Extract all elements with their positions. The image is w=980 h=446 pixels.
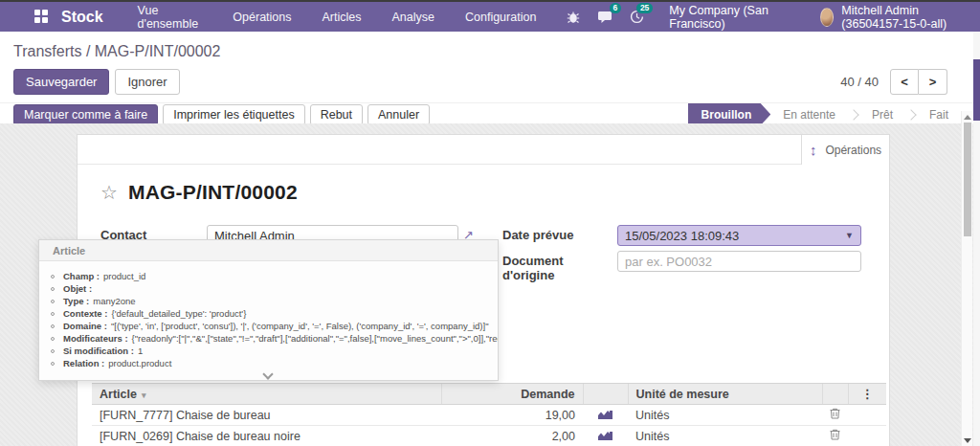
bullet-icon <box>51 349 55 353</box>
print-labels-button[interactable]: Imprimer les étiquettes <box>163 104 304 125</box>
nav-item-overview[interactable]: Vue d'ensemble <box>138 4 203 31</box>
window-scrollbar-thumb[interactable] <box>973 59 980 121</box>
tooltip-type-value: many2one <box>93 295 135 307</box>
activities-badge: 25 <box>636 3 653 14</box>
cancel-button[interactable]: Annuler <box>368 104 430 125</box>
table-row[interactable]: [FURN_7777] Chaise de bureau 19,00 Unité… <box>92 405 886 426</box>
bullet-icon <box>51 324 55 328</box>
tooltip-object-label: Objet : <box>63 282 92 295</box>
tooltip-field-label: Champ : <box>63 270 100 282</box>
status-waiting[interactable]: En attente <box>770 108 848 122</box>
cell-row-menu <box>848 426 886 446</box>
content-scrollbar-thumb[interactable] <box>964 123 971 236</box>
cell-article[interactable]: [FURN_0269] Chaise de bureau noire <box>92 426 441 446</box>
sheet-button-box: ↕ Opérations <box>78 135 889 165</box>
status-pipeline: Brouillon En attente Prêt Fait <box>688 103 961 126</box>
tooltip-relation-value: product.product <box>108 357 171 369</box>
status-done[interactable]: Fait <box>917 108 961 122</box>
table-row[interactable]: [FURN_0269] Chaise de bureau noire 2,00 … <box>92 426 886 446</box>
updown-arrows-icon: ↕ <box>810 143 817 157</box>
scrollbar-up-arrow-icon[interactable] <box>964 115 971 120</box>
column-header-spacer2 <box>822 384 848 405</box>
activities-clock-icon[interactable]: 25 <box>630 10 644 25</box>
field-debug-tooltip: Article Champ :product_id Objet : Type :… <box>38 239 499 381</box>
tooltip-relation-label: Relation : <box>63 357 104 369</box>
record-title: MAG-P/INT/00002 <box>128 181 298 204</box>
pager: 40 / 40 < > <box>840 69 947 95</box>
breadcrumb-current: MAG-P/INT/00002 <box>95 43 221 59</box>
cell-uom[interactable]: Unités <box>628 405 822 426</box>
tooltip-type-label: Type : <box>63 295 89 307</box>
column-header-uom[interactable]: Unité de mesure <box>628 384 822 405</box>
main-navbar: Stock Vue d'ensemble Opérations Articles… <box>0 2 980 32</box>
pager-count: 40 / 40 <box>840 75 879 89</box>
table-header-row: Article▾ Demande Unité de mesure ⋮ <box>92 384 886 405</box>
tooltip-domain-label: Domaine : <box>63 320 107 332</box>
apps-menu-icon[interactable] <box>34 10 48 24</box>
record-title-row: ☆ MAG-P/INT/00002 <box>78 165 889 206</box>
app-name[interactable]: Stock <box>61 9 103 26</box>
bullet-icon <box>51 275 55 279</box>
breadcrumb-transfers-link[interactable]: Transferts <box>13 43 81 59</box>
forecast-chart-icon[interactable] <box>583 426 628 446</box>
user-name: Mitchell Admin (36504157-15-0-all) <box>841 4 967 31</box>
nav-item-reporting[interactable]: Analyse <box>392 11 434 24</box>
forecast-chart-icon[interactable] <box>583 405 628 426</box>
tooltip-onchange-value: 1 <box>138 345 143 357</box>
messages-icon[interactable]: 6 <box>597 10 612 25</box>
nav-item-operations[interactable]: Opérations <box>233 11 291 24</box>
cell-demande[interactable]: 19,00 <box>441 405 583 426</box>
save-button[interactable]: Sauvegarder <box>13 69 109 95</box>
favorite-star-icon[interactable]: ☆ <box>100 183 118 202</box>
status-separator-icon <box>848 109 858 120</box>
scheduled-date-label: Date prévue <box>502 225 617 242</box>
tooltip-modifiers-label: Modificateurs : <box>63 332 128 345</box>
cell-row-menu <box>848 405 886 426</box>
datepicker-caret-icon: ▼ <box>845 231 854 240</box>
nav-item-configuration[interactable]: Configuration <box>465 11 536 24</box>
delete-row-trash-icon[interactable] <box>822 426 848 446</box>
source-document-label: Document d'origine <box>502 251 617 282</box>
pager-previous-button[interactable]: < <box>890 69 919 95</box>
debug-bug-icon[interactable] <box>567 10 580 25</box>
breadcrumb: Transferts / MAG-P/INT/00002 <box>0 32 980 62</box>
source-document-input[interactable]: par ex. PO0032 <box>617 251 861 272</box>
optional-columns-kebab-icon[interactable]: ⋮ <box>857 387 880 401</box>
bullet-icon <box>51 312 55 316</box>
tooltip-onchange-label: Si modification : <box>63 345 134 357</box>
scrollbar-down-arrow-icon[interactable] <box>964 438 971 443</box>
discard-button[interactable]: Ignorer <box>115 69 179 95</box>
tooltip-modifiers-value: {"readonly":["|","&",["state","!=","draf… <box>132 332 498 345</box>
pager-next-button[interactable]: > <box>919 69 947 95</box>
status-draft[interactable]: Brouillon <box>688 103 771 126</box>
delete-row-trash-icon[interactable] <box>822 405 848 426</box>
tooltip-context-value: {'default_detailed_type': 'product'} <box>111 307 246 320</box>
cell-article[interactable]: [FURN_7777] Chaise de bureau <box>92 405 441 426</box>
move-lines-table: Article▾ Demande Unité de mesure ⋮ [FURN… <box>92 383 885 446</box>
scrap-button[interactable]: Rebut <box>310 104 363 125</box>
user-menu[interactable]: Mitchell Admin (36504157-15-0-all) <box>820 4 967 31</box>
bullet-icon <box>51 300 55 303</box>
column-header-demande[interactable]: Demande <box>441 384 583 405</box>
sort-caret-icon: ▾ <box>142 390 146 400</box>
content-scrollbar[interactable] <box>961 111 972 446</box>
operations-stat-label: Opérations <box>825 144 881 157</box>
control-panel-buttons-row: Sauvegarder Ignorer 40 / 40 < > <box>0 62 980 102</box>
source-document-placeholder: par ex. PO0032 <box>625 255 712 269</box>
messages-badge: 6 <box>610 3 622 14</box>
column-header-article[interactable]: Article▾ <box>92 384 441 405</box>
scheduled-date-input[interactable]: 15/05/2023 18:09:43 ▼ <box>617 225 861 246</box>
mark-as-todo-button[interactable]: Marquer comme à faire <box>13 104 158 125</box>
company-switcher[interactable]: My Company (San Francisco) <box>669 4 778 31</box>
status-separator-icon <box>905 109 916 120</box>
breadcrumb-separator: / <box>86 43 90 59</box>
column-header-options[interactable]: ⋮ <box>848 384 886 405</box>
cell-uom[interactable]: Unités <box>628 426 822 446</box>
nav-item-products[interactable]: Articles <box>323 11 362 24</box>
app-window: Stock Vue d'ensemble Opérations Articles… <box>0 0 980 446</box>
scheduled-date-value: 15/05/2023 18:09:43 <box>625 229 739 243</box>
operations-stat-button[interactable]: ↕ Opérations <box>801 135 889 165</box>
column-header-spacer <box>583 384 628 405</box>
status-ready[interactable]: Prêt <box>859 108 905 122</box>
cell-demande[interactable]: 2,00 <box>441 426 583 446</box>
